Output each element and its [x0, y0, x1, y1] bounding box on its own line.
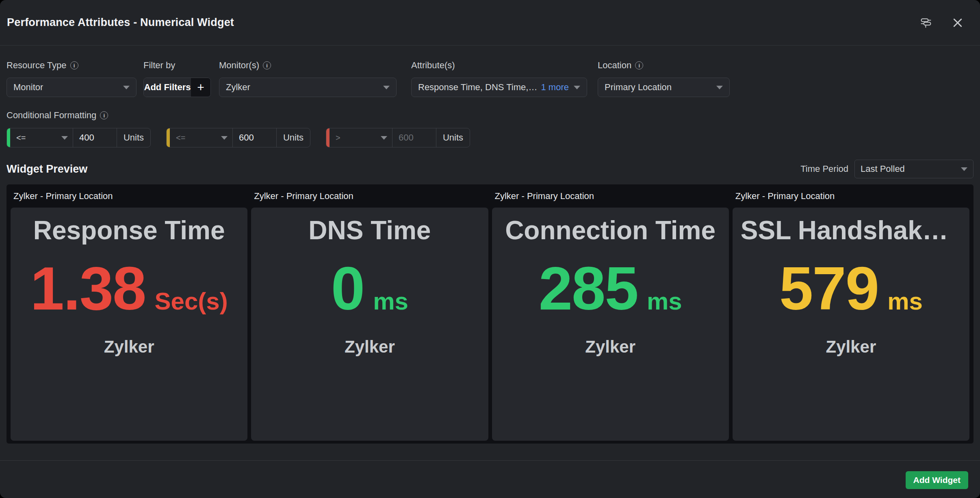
- units-label: Units: [117, 128, 150, 147]
- location-label: Location i: [598, 60, 730, 71]
- widget-monitor-name: Zylker: [492, 337, 729, 357]
- customize-icon[interactable]: [920, 17, 932, 29]
- widget-card: Connection Time 285 ms Zylker: [492, 208, 729, 441]
- widget-header: Zylker - Primary Location: [733, 184, 969, 208]
- metric-unit: ms: [887, 289, 923, 314]
- metric-number: 1.38: [30, 258, 146, 319]
- attributes-select[interactable]: Response Time, DNS Time, Connectio... 1 …: [411, 78, 587, 97]
- monitors-select[interactable]: Zylker: [219, 78, 397, 97]
- attributes-label: Attribute(s): [411, 60, 587, 71]
- metric-unit: Sec(s): [155, 289, 228, 314]
- widget-column: Zylker - Primary Location Response Time …: [11, 184, 247, 441]
- chevron-down-icon: [716, 86, 723, 89]
- threshold-input[interactable]: [233, 128, 277, 147]
- widget-column: Zylker - Primary Location Connection Tim…: [492, 184, 729, 441]
- chevron-down-icon: [383, 86, 390, 89]
- widget-preview-panel: Zylker - Primary Location Response Time …: [7, 184, 973, 444]
- widget-card: DNS Time 0 ms Zylker: [251, 208, 488, 441]
- widget-monitor-name: Zylker: [733, 337, 969, 357]
- operator-select[interactable]: <=: [170, 128, 233, 147]
- operator-select[interactable]: <=: [10, 128, 73, 147]
- more-attributes-link[interactable]: 1 more: [541, 82, 569, 93]
- metric-number: 285: [539, 258, 638, 319]
- resource-type-label: Resource Type i: [7, 60, 137, 71]
- metric-number: 0: [331, 258, 364, 319]
- widget-header: Zylker - Primary Location: [251, 184, 488, 208]
- chevron-down-icon: [381, 136, 387, 140]
- widget-column: Zylker - Primary Location SSL Handshake …: [733, 184, 969, 441]
- widget-title: Response Time: [19, 216, 239, 246]
- operator-select[interactable]: >: [330, 128, 392, 147]
- threshold-input[interactable]: [73, 128, 117, 147]
- severity-color-bar: [7, 128, 10, 147]
- units-label: Units: [277, 128, 310, 147]
- dialog-header: Performance Attributes - Numerical Widge…: [0, 0, 980, 45]
- widget-header: Zylker - Primary Location: [11, 184, 247, 208]
- widget-monitor-name: Zylker: [251, 337, 488, 357]
- location-field: Location i Primary Location: [598, 60, 730, 97]
- widget-value: 579 ms: [733, 258, 969, 319]
- dialog-footer: Add Widget: [0, 460, 980, 498]
- header-actions: [920, 17, 964, 29]
- close-icon[interactable]: [952, 17, 964, 29]
- metric-unit: ms: [647, 289, 682, 314]
- widget-value: 0 ms: [251, 258, 488, 319]
- formatting-rules: <= Units <= Units >: [7, 128, 973, 147]
- chevron-down-icon: [61, 136, 68, 140]
- chevron-down-icon: [221, 136, 228, 140]
- chevron-down-icon: [961, 167, 967, 171]
- info-icon[interactable]: i: [263, 61, 271, 69]
- numerical-widget-dialog: Performance Attributes - Numerical Widge…: [0, 0, 980, 498]
- conditional-formatting-section: Conditional Formatting i <= Units <=: [0, 110, 980, 147]
- monitors-field: Monitor(s) i Zylker: [219, 60, 397, 97]
- resource-type-select[interactable]: Monitor: [7, 78, 137, 97]
- add-filters-button[interactable]: Add Filters +: [143, 78, 211, 97]
- metric-number: 579: [779, 258, 878, 319]
- filter-by-field: Filter by Add Filters +: [143, 60, 211, 97]
- resource-type-field: Resource Type i Monitor: [7, 60, 137, 97]
- severity-color-bar: [167, 128, 170, 147]
- widget-column: Zylker - Primary Location DNS Time 0 ms …: [251, 184, 488, 441]
- add-widget-button[interactable]: Add Widget: [906, 471, 968, 489]
- widget-header: Zylker - Primary Location: [492, 184, 729, 208]
- units-label: Units: [436, 128, 470, 147]
- info-icon[interactable]: i: [70, 61, 78, 69]
- rule-green: <= Units: [7, 128, 151, 147]
- rule-red: > Units: [326, 128, 470, 147]
- widget-card: Response Time 1.38 Sec(s) Zylker: [11, 208, 247, 441]
- time-period-label: Time Period: [800, 164, 848, 174]
- time-period-select[interactable]: Last Polled: [854, 160, 973, 178]
- time-period-field: Time Period Last Polled: [800, 160, 973, 178]
- threshold-input[interactable]: [392, 128, 436, 147]
- widget-card: SSL Handshake Time 579 ms Zylker: [733, 208, 969, 441]
- widget-title: SSL Handshake Time: [741, 216, 961, 246]
- widget-config-form: Resource Type i Monitor Filter by Add Fi…: [0, 60, 980, 97]
- filter-by-label: Filter by: [143, 60, 211, 71]
- chevron-down-icon: [123, 86, 130, 89]
- widget-preview-heading: Widget Preview: [7, 163, 87, 175]
- rule-yellow: <= Units: [166, 128, 310, 147]
- monitors-label: Monitor(s) i: [219, 60, 397, 71]
- widget-value: 285 ms: [492, 258, 729, 319]
- attributes-field: Attribute(s) Response Time, DNS Time, Co…: [411, 60, 587, 97]
- widget-monitor-name: Zylker: [11, 337, 247, 357]
- severity-color-bar: [326, 128, 330, 147]
- info-icon[interactable]: i: [635, 61, 643, 69]
- page-title: Performance Attributes - Numerical Widge…: [7, 16, 234, 29]
- widget-title: Connection Time: [500, 216, 721, 246]
- preview-toolbar: Widget Preview Time Period Last Polled: [0, 160, 980, 178]
- metric-unit: ms: [373, 289, 408, 314]
- info-icon[interactable]: i: [100, 111, 108, 119]
- chevron-down-icon: [574, 86, 580, 89]
- conditional-formatting-label: Conditional Formatting i: [7, 110, 973, 121]
- plus-icon[interactable]: +: [191, 78, 210, 97]
- widget-value: 1.38 Sec(s): [11, 258, 247, 319]
- widget-title: DNS Time: [259, 216, 480, 246]
- location-select[interactable]: Primary Location: [598, 78, 730, 97]
